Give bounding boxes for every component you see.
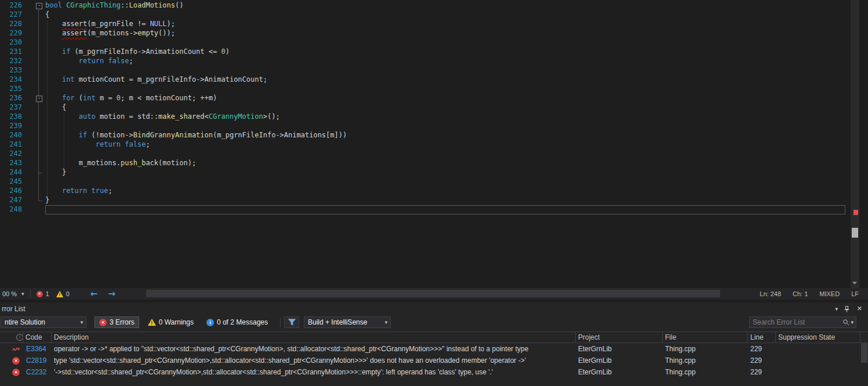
search-icon[interactable]: ▾ [842,319,856,326]
code-line[interactable]: 235 [0,85,851,94]
column-header-suppression-state[interactable]: Suppression State [776,332,860,343]
line-number: 239 [0,122,22,131]
code-token [87,187,91,195]
fold-collapse-icon[interactable] [36,96,42,102]
error-list-scrollbar-thumb[interactable] [861,343,867,363]
fold-margin [22,10,45,20]
code-token: >(); [263,112,280,121]
code-line[interactable]: 242 [0,150,851,159]
code-line[interactable]: 237 { [0,103,851,112]
code-line[interactable]: 232 return false; [0,57,851,66]
error-indicator[interactable]: 1 [37,290,49,297]
line-number: 231 [0,48,22,57]
code-line[interactable]: 241 return false; [0,140,851,150]
error-file: Thing.cpp [663,355,748,366]
filter-button[interactable] [284,316,299,328]
code-line[interactable]: 234 int motionCount = m_pgrnFileInfo->An… [0,75,851,85]
fold-margin [22,75,45,85]
code-token: :: [121,1,129,9]
code-text: { [45,10,851,20]
pin-icon[interactable] [844,305,850,315]
code-line[interactable]: 227{ [0,10,851,20]
column-header-code[interactable]: Code [23,332,52,343]
code-line[interactable]: 246 return true; [0,187,851,196]
code-token: ( [75,94,83,102]
code-line[interactable]: 240 if (!motion->BindGrannyAnimation(m_p… [0,131,851,140]
code-token [45,94,62,102]
code-line[interactable]: 243 m_motions.push_back(motion); [0,159,851,168]
status-encoding[interactable]: MIXED [819,290,840,297]
warning-indicator[interactable]: 0 [56,290,70,297]
code-line[interactable]: 236 for (int m = 0; m < motionCount; ++m… [0,94,851,103]
status-line: Ln: 248 [760,290,781,297]
code-line[interactable]: 228 assert(m_pgrnFile != NULL); [0,20,851,29]
column-header-file[interactable]: File [663,332,748,343]
code-line[interactable]: 244 } [0,168,851,177]
error-row[interactable]: E3364operator -> or ->* applied to "std:… [0,343,868,355]
error-list-panel: rror List ▾ ✕ ntire Solution ▾ 3 Errors … [0,303,868,386]
error-list-title-bar[interactable]: rror List ▾ ✕ [0,303,868,315]
code-line[interactable]: 229 assert(m_motions->empty()); [0,29,851,38]
error-code[interactable]: C2232 [23,366,52,378]
error-rows: E3364operator -> or ->* applied to "std:… [0,343,868,378]
fold-margin [22,57,45,66]
code-token: return [96,140,121,148]
search-box[interactable]: ▾ [749,316,856,328]
fold-margin [22,112,45,122]
code-line[interactable]: 230 [0,38,851,48]
code-line[interactable]: 226bool CGraphicThing::LoadMotions() [0,1,851,10]
code-line[interactable]: 238 auto motion = std::make_shared<CGran… [0,112,851,122]
zoom-control[interactable]: 00 % ▾ [2,290,24,297]
fold-collapse-icon[interactable] [36,3,42,9]
fold-margin [22,122,45,131]
column-header-description[interactable]: Description [52,332,576,343]
error-code[interactable]: C2819 [23,355,52,366]
code-line[interactable]: 239 [0,122,851,131]
code-token [45,75,62,83]
column-header-project[interactable]: Project [576,332,663,343]
navigate-forward-icon[interactable]: → [108,289,115,299]
code-line[interactable]: 248 [0,205,851,214]
horizontal-scrollbar-thumb[interactable] [146,290,720,297]
scrollbar-down-arrow-icon[interactable] [852,282,857,285]
scrollbar-thumb[interactable] [852,228,858,238]
warnings-filter-button[interactable]: 0 Warnings [144,316,198,328]
warning-icon [56,291,63,297]
fold-margin [22,94,45,103]
fold-margin [22,187,45,196]
editor-vertical-scrollbar[interactable] [851,0,859,288]
code-line[interactable]: 233 [0,66,851,75]
source-filter-dropdown[interactable]: Build + IntelliSense ▾ [304,316,391,328]
chevron-down-icon: ▾ [382,319,390,325]
error-code[interactable]: E3364 [23,343,52,355]
code-text: return false; [45,57,851,66]
code-editor[interactable]: 226bool CGraphicThing::LoadMotions()227{… [0,0,859,288]
code-token [45,29,62,37]
error-project: EterGrnLib [576,366,663,378]
code-token: < [205,112,209,121]
column-header-line[interactable]: Line [748,332,776,343]
code-token: CGrannyMotion [209,112,263,121]
close-icon[interactable]: ✕ [857,305,862,312]
window-menu-chevron-icon[interactable]: ▾ [835,306,838,312]
errors-filter-button[interactable]: 3 Errors [95,316,139,328]
code-token: CGraphicThing [66,1,121,9]
error-list-header: Code Description Project File Line Suppr… [0,332,868,343]
error-row[interactable]: C2819type 'std::vector<std::shared_ptr<C… [0,355,868,366]
error-row[interactable]: C2232'->std::vector<std::shared_ptr<CGra… [0,366,868,378]
scope-filter-dropdown[interactable]: ntire Solution ▾ [1,316,86,328]
severity-column-header[interactable] [0,332,23,343]
status-line-ending[interactable]: LF [851,290,859,297]
search-input[interactable] [750,318,842,326]
code-line[interactable]: 231 if (m_pgrnFileInfo->AnimationCount <… [0,48,851,57]
messages-filter-button[interactable]: 0 of 2 Messages [202,316,272,328]
navigate-backward-icon[interactable]: ← [90,289,98,299]
code-token: assert [62,29,87,37]
code-text: } [45,196,851,205]
code-line[interactable]: 247} [0,196,851,205]
code-text: assert(m_pgrnFile != NULL); [45,20,851,29]
code-line[interactable]: 245 [0,177,851,187]
error-severity-cell [0,343,23,355]
fold-margin [22,177,45,187]
scope-filter-value: ntire Solution [1,318,78,326]
